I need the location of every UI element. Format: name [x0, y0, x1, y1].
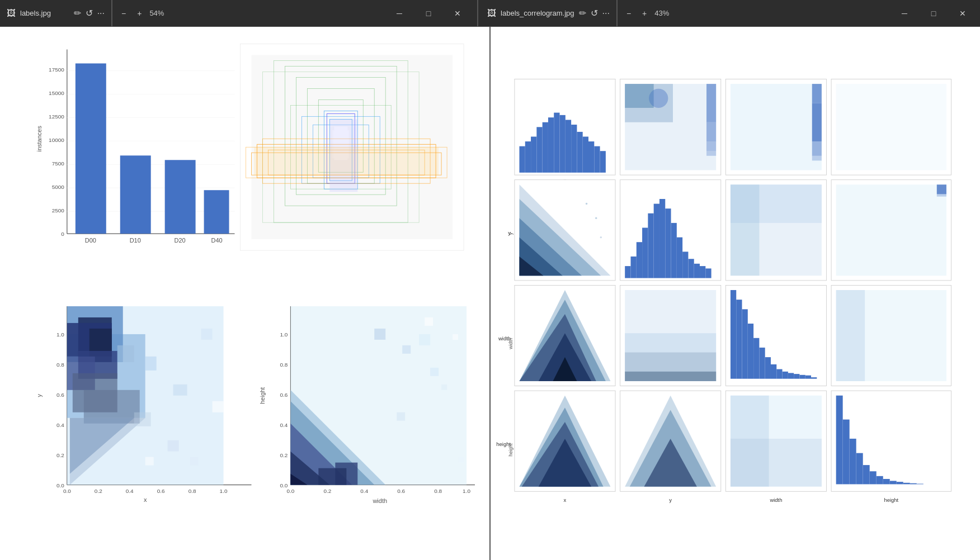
zoom-in-btn-left[interactable]: +	[134, 7, 145, 20]
svg-rect-77	[201, 329, 213, 340]
svg-text:12500: 12500	[49, 113, 64, 120]
svg-rect-172	[648, 213, 653, 278]
maximize-btn-left[interactable]: □	[416, 4, 441, 22]
svg-rect-75	[145, 357, 157, 371]
titlebar: 🖼 labels.jpg ✏ ↺ ··· − + 54% ─ □ ✕ 🖼 lab…	[0, 0, 980, 27]
svg-rect-120	[531, 136, 536, 172]
scatter-width-height	[831, 285, 951, 386]
right-window-tab[interactable]: 🖼 labels_correlogram.jpg ✏ ↺ ···	[480, 0, 617, 26]
svg-rect-132	[600, 151, 606, 173]
svg-text:0.6: 0.6	[280, 392, 288, 398]
svg-text:1.0: 1.0	[280, 331, 288, 338]
svg-rect-242	[890, 481, 897, 484]
svg-rect-82	[145, 457, 154, 466]
svg-text:y: y	[508, 230, 511, 236]
svg-text:x: x	[144, 496, 147, 503]
svg-rect-195	[812, 84, 822, 103]
left-panel-svg: 0 2500 5000 7500 10000 12500 15000 17500	[0, 27, 489, 560]
svg-rect-214	[788, 373, 794, 378]
svg-text:0.4: 0.4	[56, 422, 64, 428]
svg-rect-166	[706, 151, 716, 156]
bbox-overlay-group	[241, 44, 464, 251]
bar-D10	[120, 155, 151, 234]
left-toolbar: − + 54%	[112, 0, 169, 26]
svg-text:1.0: 1.0	[56, 331, 64, 338]
svg-text:5000: 5000	[52, 184, 65, 190]
close-btn-left[interactable]: ✕	[445, 4, 470, 22]
svg-rect-217	[805, 376, 811, 379]
more-icon-left[interactable]: ···	[97, 8, 105, 18]
scatter-height-x: x height	[508, 391, 615, 560]
zoom-out-btn-right[interactable]: −	[623, 7, 634, 20]
titlebar-divider	[477, 0, 478, 26]
svg-rect-246	[917, 484, 924, 485]
scatter-x-width	[725, 79, 826, 175]
svg-text:10000: 10000	[49, 137, 64, 143]
svg-rect-180	[694, 264, 700, 278]
svg-rect-110	[419, 334, 430, 345]
svg-rect-227	[836, 184, 946, 276]
svg-rect-124	[554, 113, 559, 173]
hist-x: x	[515, 79, 615, 183]
svg-rect-196	[812, 103, 822, 141]
svg-text:0.4: 0.4	[280, 422, 288, 428]
svg-point-140	[586, 203, 587, 205]
svg-rect-165	[706, 141, 716, 151]
minimize-btn-right[interactable]: ─	[892, 4, 917, 22]
svg-text:0.8: 0.8	[280, 362, 288, 368]
svg-rect-207	[748, 324, 753, 379]
image-icon-right: 🖼	[487, 8, 496, 18]
svg-rect-208	[753, 338, 759, 379]
scatter-x-y	[620, 79, 721, 175]
svg-rect-173	[654, 204, 659, 278]
svg-rect-218	[811, 377, 817, 379]
svg-rect-169	[630, 257, 636, 278]
svg-rect-241	[883, 479, 890, 484]
svg-text:height: height	[884, 497, 898, 503]
right-tab-title: labels_correlogram.jpg	[501, 9, 574, 17]
svg-rect-126	[566, 120, 571, 172]
svg-rect-171	[642, 227, 648, 278]
svg-rect-111	[441, 385, 447, 390]
svg-text:D00: D00	[85, 237, 96, 244]
main-content: 0 2500 5000 7500 10000 12500 15000 17500	[0, 27, 980, 560]
svg-rect-123	[548, 117, 554, 173]
zoom-level-right: 43%	[654, 9, 669, 17]
svg-rect-194	[731, 84, 822, 170]
svg-text:0.8: 0.8	[56, 362, 64, 368]
scatter-width-y	[620, 285, 721, 386]
svg-rect-79	[168, 440, 179, 452]
svg-text:0: 0	[61, 231, 64, 237]
svg-rect-181	[700, 266, 705, 278]
svg-rect-177	[677, 238, 682, 278]
svg-rect-234	[836, 396, 843, 485]
svg-text:instances: instances	[36, 126, 43, 152]
svg-rect-198	[812, 156, 822, 161]
svg-rect-235	[843, 420, 850, 485]
zoom-out-btn-left[interactable]: −	[118, 7, 129, 20]
svg-rect-163	[706, 84, 716, 122]
svg-rect-109	[430, 368, 439, 376]
svg-text:15000: 15000	[49, 90, 64, 96]
svg-text:0.8: 0.8	[189, 488, 196, 494]
more-icon-right[interactable]: ···	[602, 8, 610, 18]
svg-rect-168	[625, 266, 630, 278]
svg-text:width: width	[372, 497, 387, 504]
svg-text:width: width	[769, 497, 782, 503]
svg-text:height: height	[496, 441, 511, 447]
svg-text:D10: D10	[130, 237, 141, 244]
close-btn-right[interactable]: ✕	[950, 4, 976, 22]
svg-rect-187	[625, 372, 716, 381]
svg-rect-108	[402, 345, 411, 354]
maximize-btn-right[interactable]: □	[921, 4, 946, 22]
svg-rect-204	[731, 290, 736, 379]
zoom-in-btn-right[interactable]: +	[639, 7, 650, 20]
svg-rect-112	[397, 412, 405, 421]
svg-rect-80	[190, 457, 199, 466]
hist-y	[620, 180, 721, 281]
minimize-btn-left[interactable]: ─	[387, 4, 412, 22]
bar-D00	[76, 63, 106, 234]
svg-rect-240	[877, 476, 883, 485]
left-window-tab[interactable]: 🖼 labels.jpg ✏ ↺ ···	[0, 0, 112, 26]
svg-rect-78	[134, 412, 151, 426]
